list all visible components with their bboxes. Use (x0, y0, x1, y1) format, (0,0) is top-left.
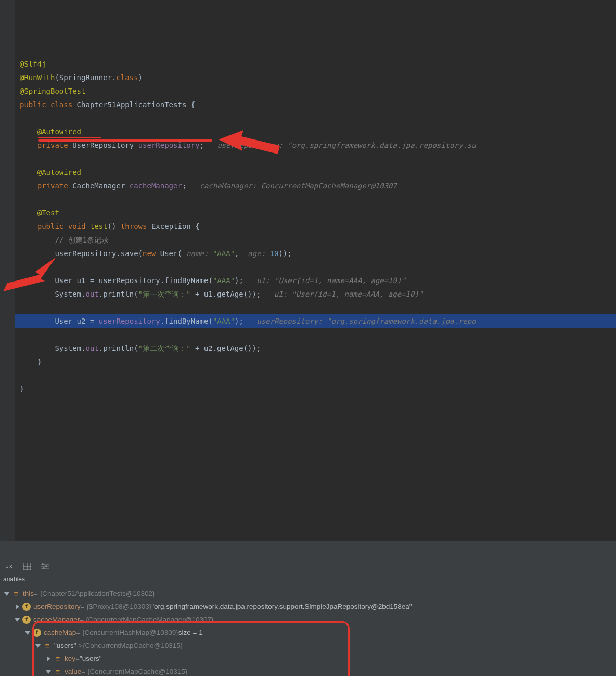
svg-marker-1 (3, 257, 56, 291)
annotation: @Autowired (37, 127, 81, 136)
annotation: @RunWith(SpringRunner.class) (20, 73, 143, 82)
tree-row-userrepository[interactable]: f userRepository = {$Proxy108@10303} "or… (0, 600, 616, 613)
expand-icon[interactable] (14, 616, 21, 623)
svg-marker-18 (46, 670, 51, 674)
annotation-underline (38, 139, 212, 142)
object-icon: ≡ (54, 655, 62, 663)
annotation-underline (38, 137, 101, 138)
class-decl: public class Chapter51ApplicationTests { (20, 100, 195, 109)
statement: System.out.println("第一次查询：" + u1.getAge(… (55, 290, 423, 298)
tree-row-users-entry[interactable]: ≡ "users" -> {ConcurrentMapCache@10315} (0, 639, 616, 652)
code-editor[interactable]: @Slf4j @RunWith(SpringRunner.class) @Spr… (0, 0, 616, 541)
tree-row-key[interactable]: ≡ key = "users" (0, 652, 616, 665)
variables-panel-title: ariables (0, 573, 616, 585)
field-icon: f (22, 603, 31, 611)
table-icon[interactable] (23, 562, 31, 570)
inlay-hint: u1: "User(id=1, name=AAA, age=10)" (256, 276, 406, 285)
svg-marker-12 (4, 592, 9, 596)
panel-separator[interactable] (0, 541, 616, 559)
arrow-icon (0, 257, 62, 294)
debug-toolbar[interactable]: ↓x (0, 559, 616, 573)
statement: System.out.println("第二次查询：" + u2.getAge(… (55, 344, 261, 352)
arrow-icon (219, 129, 286, 160)
brace-close: } (20, 358, 42, 366)
method-decl: public void test() throws Exception { (37, 222, 200, 231)
collapse-icon[interactable] (14, 603, 21, 610)
statement: userRepository.save(new User( name: "AAA… (55, 249, 291, 258)
tree-row-cachemanager[interactable]: f cacheManager = {ConcurrentMapCacheMana… (0, 613, 616, 626)
annotation: @Autowired (37, 168, 81, 176)
svg-marker-15 (25, 631, 30, 635)
expand-icon[interactable] (45, 668, 52, 675)
object-icon: ≡ (54, 668, 62, 676)
code-area[interactable]: @Slf4j @RunWith(SpringRunner.class) @Spr… (20, 44, 616, 409)
inlay-hint: userRepository: "org.springframework.dat… (256, 317, 476, 325)
evaluate-icon[interactable]: ↓x (5, 562, 14, 570)
expand-icon[interactable] (34, 642, 42, 649)
svg-text:↓x: ↓x (5, 563, 12, 570)
variables-panel[interactable]: ≡ this = {Chapter51ApplicationTests@1030… (0, 585, 616, 676)
object-icon: ≡ (12, 590, 20, 598)
svg-marker-13 (16, 604, 19, 609)
settings-icon[interactable] (41, 562, 49, 570)
collapse-icon[interactable] (45, 655, 52, 662)
svg-marker-16 (35, 644, 41, 648)
tree-row-cachemap[interactable]: f cacheMap = {ConcurrentHashMap@10309} s… (0, 626, 616, 639)
comment: // 创建1条记录 (55, 236, 109, 244)
field-icon: f (22, 616, 31, 624)
svg-point-10 (45, 565, 47, 567)
statement: User u1 = userRepository.findByName("AAA… (55, 276, 405, 285)
expand-icon[interactable] (24, 629, 31, 636)
svg-point-11 (43, 567, 45, 569)
brace-close: } (20, 385, 24, 393)
annotation: @SpringBootTest (20, 87, 85, 95)
field-icon: f (33, 629, 41, 637)
tree-row-this[interactable]: ≡ this = {Chapter51ApplicationTests@1030… (0, 587, 616, 600)
tree-row-value[interactable]: ≡ value = {ConcurrentMapCache@10315} (0, 665, 616, 676)
current-line: User u2 = userRepository.findByName("AAA… (0, 314, 616, 328)
inlay-hint: u1: "User(id=1, name=AAA, age=10)" (274, 290, 424, 298)
svg-point-9 (42, 563, 44, 565)
field-decl: private CacheManager cacheManager; cache… (37, 182, 397, 190)
object-icon: ≡ (43, 642, 52, 650)
annotation: @Test (37, 209, 59, 217)
svg-marker-17 (47, 656, 50, 661)
annotation: @Slf4j (20, 60, 46, 68)
svg-marker-14 (15, 618, 20, 622)
expand-icon[interactable] (3, 590, 10, 597)
svg-marker-0 (219, 130, 280, 154)
inlay-hint: cacheManager: ConcurrentMapCacheManager@… (200, 182, 397, 190)
